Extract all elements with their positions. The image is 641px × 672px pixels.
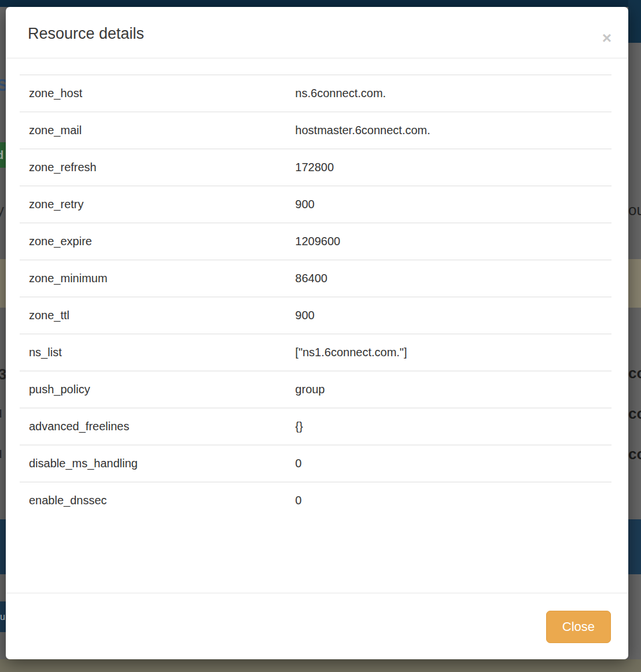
background-text-fragment: S	[0, 75, 6, 95]
background-text-fragment: co	[628, 445, 641, 463]
modal-header: Resource details ×	[6, 7, 628, 58]
field-value: 86400	[286, 260, 611, 297]
background-text-fragment: u	[0, 612, 6, 622]
field-name: zone_host	[20, 75, 286, 112]
field-name: ns_list	[20, 334, 286, 371]
field-name: zone_ttl	[20, 297, 286, 334]
field-name: push_policy	[20, 371, 286, 408]
field-name: disable_ms_handling	[20, 445, 286, 482]
background-text-fragment: co	[628, 364, 641, 382]
field-value: hostmaster.6connect.com.	[286, 112, 611, 149]
field-name: zone_minimum	[20, 260, 286, 297]
table-row: zone_host ns.6connect.com.	[20, 75, 611, 112]
field-name: zone_expire	[20, 223, 286, 260]
field-name: zone_mail	[20, 112, 286, 149]
close-icon[interactable]: ×	[602, 30, 611, 46]
field-name: zone_refresh	[20, 149, 286, 186]
field-value: 900	[286, 186, 611, 223]
table-row: zone_expire 1209600	[20, 223, 611, 260]
background-navbar	[0, 0, 641, 7]
background-text-fragment: u	[0, 404, 6, 422]
resource-details-modal: Resource details × zone_host ns.6connect…	[6, 7, 628, 659]
modal-footer: Close	[6, 593, 628, 659]
field-value: 900	[286, 297, 611, 334]
background-navbar-fragment	[628, 0, 641, 43]
field-value: ns.6connect.com.	[286, 75, 611, 112]
background-text-fragment: 3	[0, 365, 6, 383]
resource-details-table: zone_host ns.6connect.com. zone_mail hos…	[20, 75, 611, 519]
field-name: zone_retry	[20, 186, 286, 223]
field-name: enable_dnssec	[20, 482, 286, 519]
close-button[interactable]: Close	[546, 611, 611, 643]
table-row: zone_refresh 172800	[20, 149, 611, 186]
field-value: 0	[286, 445, 611, 482]
table-row: zone_retry 900	[20, 186, 611, 223]
table-row: push_policy group	[20, 371, 611, 408]
field-value: 0	[286, 482, 611, 519]
background-text-fragment: ou	[628, 201, 641, 219]
field-value: group	[286, 371, 611, 408]
table-row: ns_list ["ns1.6connect.com."]	[20, 334, 611, 371]
table-row: zone_minimum 86400	[20, 260, 611, 297]
background-green-button-fragment: d	[0, 142, 6, 168]
background-text-fragment: y	[0, 201, 6, 219]
background-bottom-strip	[0, 659, 641, 672]
field-value: {}	[286, 408, 611, 445]
modal-body: zone_host ns.6connect.com. zone_mail hos…	[6, 58, 628, 593]
table-row: zone_mail hostmaster.6connect.com.	[20, 112, 611, 149]
modal-title: Resource details	[28, 24, 611, 43]
table-row: advanced_freelines {}	[20, 408, 611, 445]
background-text-fragment: co	[628, 405, 641, 423]
field-value: 1209600	[286, 223, 611, 260]
field-value: ["ns1.6connect.com."]	[286, 334, 611, 371]
table-row: zone_ttl 900	[20, 297, 611, 334]
table-row: enable_dnssec 0	[20, 482, 611, 519]
field-value: 172800	[286, 149, 611, 186]
field-name: advanced_freelines	[20, 408, 286, 445]
table-row: disable_ms_handling 0	[20, 445, 611, 482]
background-text-fragment: u	[0, 444, 6, 462]
